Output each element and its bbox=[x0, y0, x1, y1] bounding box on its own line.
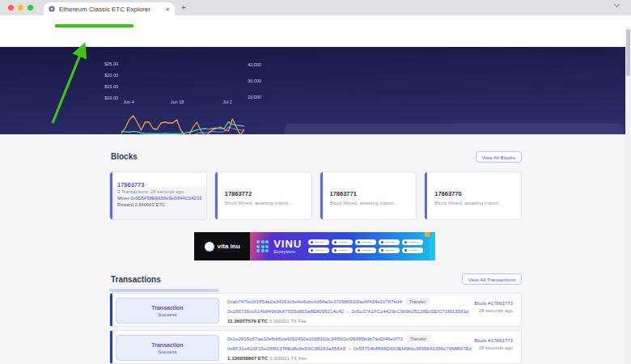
ad-edge-stripe bbox=[430, 232, 435, 260]
ad-main-panel: VINU Ecosystem bbox=[250, 232, 430, 260]
ad-pill[interactable] bbox=[308, 248, 329, 253]
tx-age: 28 seconds ago bbox=[474, 308, 513, 313]
block-number: 17863772 bbox=[225, 190, 311, 197]
tx-value: 11.36077579 ETC 0.000021 TX Fee bbox=[227, 318, 307, 324]
page-scrollbar[interactable] bbox=[625, 27, 631, 364]
latest-blocks-row: 17863773 3 Transactions 28 seconds ago M… bbox=[109, 171, 522, 220]
block-number: 17863770 bbox=[434, 190, 521, 197]
block-card-pending[interactable]: 17863771 Block Mined, awaiting import... bbox=[320, 171, 417, 220]
block-card-details: 3 Transactions 28 seconds ago Miner 0x6D… bbox=[112, 187, 206, 219]
traffic-light-close[interactable] bbox=[8, 5, 14, 11]
favicon-blockscout bbox=[49, 6, 55, 12]
miner-address-link[interactable]: 0x6D5F58EE658e9eD844Cb42337... bbox=[130, 196, 201, 201]
blocks-heading: Blocks bbox=[111, 152, 138, 161]
traffic-light-minimize[interactable] bbox=[18, 5, 23, 11]
ad-choices-icon[interactable] bbox=[425, 232, 430, 237]
annotation-url-underline bbox=[55, 24, 133, 28]
ad-title: VINU Ecosystem bbox=[273, 239, 302, 254]
browser-tabstrip: Ethereum Classic ETC Explorer ✕ + bbox=[0, 0, 631, 15]
ad-ecosystem-pills bbox=[308, 239, 423, 253]
transactions-heading: Transactions bbox=[111, 275, 161, 284]
block-card-featured[interactable]: 17863773 3 Transactions 28 seconds ago M… bbox=[109, 171, 207, 220]
ad-pill[interactable] bbox=[308, 239, 329, 245]
transaction-status-badge: Transaction Success bbox=[116, 335, 219, 361]
ad-pill[interactable] bbox=[379, 239, 400, 245]
browser-tab[interactable]: Ethereum Classic ETC Explorer ✕ bbox=[44, 2, 175, 15]
ad-pill[interactable] bbox=[332, 239, 353, 245]
block-card-pending[interactable]: 17863772 Block Mined, awaiting import... bbox=[214, 171, 312, 220]
tx-hash-link[interactable]: 0x1e2915c57aa32efb66ca4292492a103831dc34… bbox=[227, 336, 403, 341]
ad-pill[interactable] bbox=[379, 248, 400, 253]
tx-addresses[interactable]: 0x8F31e416F15e288f1378Ed6c8eD9C88283a358… bbox=[227, 345, 472, 351]
axis-tick: $15.00 bbox=[94, 84, 118, 89]
axis-tick: 30,000 bbox=[248, 78, 272, 83]
axis-tick: Jun 18 bbox=[165, 99, 189, 104]
tx-type: Transaction bbox=[151, 342, 183, 348]
tx-addresses[interactable]: 0x166736cc614b849b9b87035d803a8E8095214c… bbox=[227, 308, 468, 314]
axis-tick: 40,000 bbox=[248, 62, 272, 67]
tx-block-link[interactable]: Block #17863773 bbox=[474, 337, 513, 343]
page-content: Blocks View All Blocks 17863773 3 Transa… bbox=[0, 134, 631, 364]
tx-age: 28 seconds ago bbox=[474, 345, 513, 350]
transaction-row[interactable]: Transaction Success 0x1e2915c57aa32efb66… bbox=[109, 330, 522, 364]
tx-hash-link[interactable]: 0xab747bc0f1ff5da2a34363c6e4e6cbc4d54a0e… bbox=[227, 298, 402, 304]
view-all-blocks-button[interactable]: View All Blocks bbox=[476, 151, 523, 163]
new-tab-icon[interactable]: + bbox=[181, 4, 186, 12]
block-status: Block Mined, awaiting import... bbox=[330, 200, 417, 205]
transaction-row[interactable]: Transaction Success 0xab747bc0f1ff5da2a3… bbox=[109, 293, 522, 327]
block-status: Block Mined, awaiting import... bbox=[225, 200, 311, 205]
axis-tick: $10.00 bbox=[94, 95, 118, 100]
tx-transfer-tag: Transfer bbox=[406, 335, 430, 342]
tx-type: Transaction bbox=[151, 305, 183, 311]
row-accent-bar bbox=[110, 294, 112, 326]
tab-close-icon[interactable]: ✕ bbox=[165, 6, 170, 12]
transaction-status-badge: Transaction Success bbox=[116, 298, 219, 324]
tx-block-link[interactable]: Block #17863773 bbox=[474, 300, 513, 306]
block-card-pending[interactable]: 17863770 Block Mined, awaiting import... bbox=[424, 171, 522, 220]
axis-tick: Jul 2 bbox=[215, 99, 239, 104]
ad-brand-panel: vita inu bbox=[194, 232, 250, 260]
screenshot-root: Ethereum Classic ETC Explorer ✕ + ← → ⟳ … bbox=[0, 0, 631, 364]
site-header: ethereumclassic ▣Blocks ⇄Transactions ◉T… bbox=[0, 27, 631, 47]
tx-transfer-tag: Transfer bbox=[405, 298, 430, 305]
block-number: 17863771 bbox=[330, 190, 417, 197]
tab-title: Ethereum Classic ETC Explorer bbox=[59, 6, 161, 13]
view-all-transactions-button[interactable]: View All Transactions bbox=[462, 273, 522, 285]
axis-tick: 20,000 bbox=[248, 95, 272, 99]
ad-banner[interactable]: vita inu VINU Ecosystem bbox=[194, 232, 435, 260]
row-accent-bar bbox=[110, 331, 112, 363]
ad-pill[interactable] bbox=[402, 239, 423, 245]
vita-inu-logo-icon bbox=[205, 242, 214, 252]
traffic-light-zoom[interactable] bbox=[28, 5, 33, 11]
window-chevron-icon[interactable] bbox=[615, 4, 619, 6]
ad-pill[interactable] bbox=[355, 239, 376, 245]
ad-brand-name: vita inu bbox=[218, 243, 240, 250]
axis-tick: Jun 4 bbox=[116, 99, 141, 104]
vinu-dots-logo bbox=[256, 240, 269, 252]
tx-value: 1.136058867 ETC 0.000021 TX Fee bbox=[227, 355, 307, 361]
axis-tick: $25.00 bbox=[94, 61, 118, 66]
ad-pill[interactable] bbox=[332, 248, 353, 253]
tx-status: Success bbox=[158, 349, 176, 354]
axis-tick: $20.00 bbox=[94, 73, 118, 78]
tx-status: Success bbox=[158, 311, 176, 317]
ad-pill[interactable] bbox=[402, 248, 423, 253]
transactions-loading-bar bbox=[109, 289, 218, 292]
block-status: Block Mined, awaiting import... bbox=[434, 200, 521, 205]
scrollbar-thumb[interactable] bbox=[626, 29, 630, 76]
ad-pill[interactable] bbox=[355, 248, 376, 253]
hero-banner: $25.00$20.00$15.00$10.0040,00030,00020,0… bbox=[0, 47, 631, 134]
